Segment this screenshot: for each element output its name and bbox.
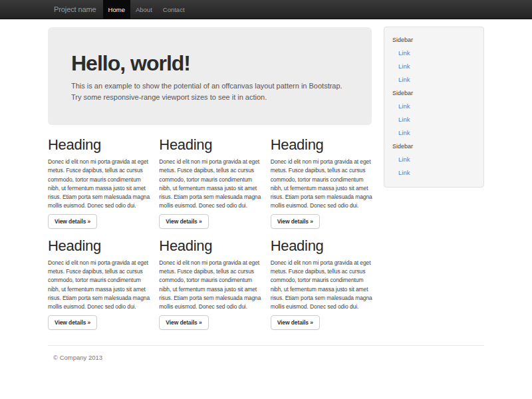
- navbar-menu: Home About Contact: [103, 0, 190, 19]
- copyright-text: © Company 2013: [53, 354, 484, 361]
- content-card: Heading Donec id elit non mi porta gravi…: [159, 137, 261, 229]
- card-body-text: Donec id elit non mi porta gravida at eg…: [271, 259, 372, 312]
- content-card: Heading Donec id elit non mi porta gravi…: [271, 238, 372, 330]
- sidebar-group: Sidebar Link Link Link: [392, 90, 475, 136]
- view-details-button[interactable]: View details »: [271, 315, 320, 330]
- card-body-text: Donec id elit non mi porta gravida at eg…: [48, 259, 150, 312]
- content-card: Heading Donec id elit non mi porta gravi…: [48, 137, 150, 229]
- card-heading: Heading: [271, 238, 372, 253]
- content-card: Heading Donec id elit non mi porta gravi…: [271, 137, 372, 229]
- nav-item-home[interactable]: Home: [103, 0, 130, 19]
- card-heading: Heading: [271, 137, 372, 152]
- jumbotron: Hello, world! This is an example to show…: [48, 27, 372, 125]
- content-card: Heading Donec id elit non mi porta gravi…: [159, 238, 261, 330]
- card-body-text: Donec id elit non mi porta gravida at eg…: [159, 259, 261, 312]
- brand-link[interactable]: Project name: [54, 0, 96, 19]
- page-footer: © Company 2013: [48, 345, 484, 361]
- sidebar-group: Sidebar Link Link: [392, 143, 475, 176]
- view-details-button[interactable]: View details »: [48, 315, 97, 330]
- sidebar-link[interactable]: Link: [398, 103, 475, 110]
- view-details-button[interactable]: View details »: [271, 214, 320, 229]
- sidebar-link[interactable]: Link: [398, 63, 475, 70]
- card-body-text: Donec id elit non mi porta gravida at eg…: [159, 158, 261, 211]
- sidebar-link[interactable]: Link: [398, 130, 475, 136]
- content-grid: Heading Donec id elit non mi porta gravi…: [48, 137, 372, 330]
- sidebar-link[interactable]: Link: [398, 170, 475, 176]
- card-heading: Heading: [48, 238, 150, 253]
- sidebar-heading: Sidebar: [392, 143, 475, 150]
- card-body-text: Donec id elit non mi porta gravida at eg…: [271, 158, 372, 211]
- sidebar-link[interactable]: Link: [398, 76, 475, 83]
- sidebar-group: Sidebar Link Link Link: [392, 37, 475, 83]
- top-navbar: Project name Home About Contact: [0, 0, 532, 19]
- nav-item-contact[interactable]: Contact: [158, 0, 190, 19]
- card-heading: Heading: [159, 137, 261, 152]
- sidebar-heading: Sidebar: [392, 90, 475, 96]
- jumbotron-description: This is an example to show the potential…: [71, 80, 348, 103]
- sidebar-link[interactable]: Link: [398, 50, 475, 57]
- view-details-button[interactable]: View details »: [159, 214, 208, 229]
- card-body-text: Donec id elit non mi porta gravida at eg…: [48, 158, 150, 211]
- card-heading: Heading: [159, 238, 261, 253]
- view-details-button[interactable]: View details »: [48, 214, 97, 229]
- content-card: Heading Donec id elit non mi porta gravi…: [48, 238, 150, 330]
- sidebar: Sidebar Link Link Link Sidebar Link Link…: [384, 27, 484, 188]
- sidebar-heading: Sidebar: [392, 37, 475, 43]
- card-heading: Heading: [48, 137, 150, 152]
- view-details-button[interactable]: View details »: [159, 315, 208, 330]
- page-title: Hello, world!: [71, 52, 348, 74]
- sidebar-link[interactable]: Link: [398, 156, 475, 163]
- sidebar-link[interactable]: Link: [398, 116, 475, 123]
- nav-item-about[interactable]: About: [130, 0, 158, 19]
